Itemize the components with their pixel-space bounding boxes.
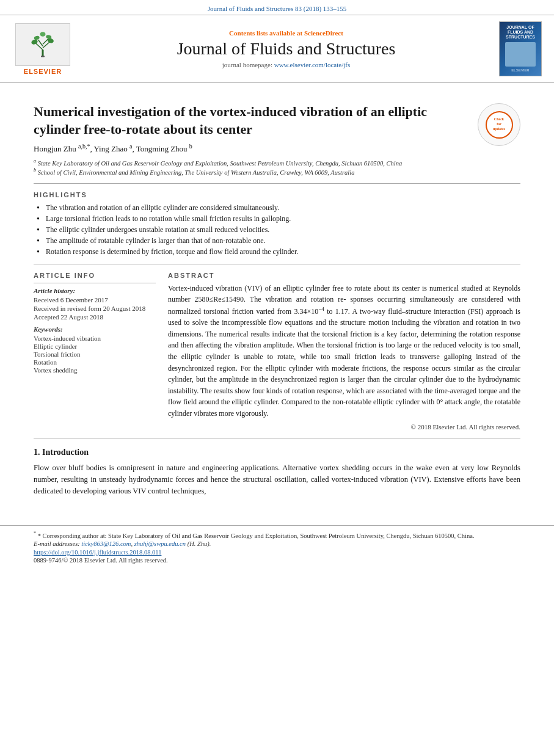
elsevier-logo: ELSEVIER [12,23,73,75]
corresponding-author-footnote: * * Corresponding author at: State Key L… [34,531,520,539]
article-info-column: ARTICLE INFO Article history: Received 6… [34,272,156,431]
highlight-item: Large torsional friction leads to no rot… [37,214,520,224]
highlight-item: Rotation response is determined by frict… [37,247,520,256]
journal-header: ELSEVIER Contents lists available at Sci… [0,15,554,83]
journal-cover-visual [505,42,536,67]
email-footnote: E-mail addresses: ticky863@126.com, zhuh… [34,540,520,547]
divider-after-affiliations [34,183,520,184]
email-link-1[interactable]: ticky863@126.com [81,540,131,547]
highlight-item: The vibration and rotation of an ellipti… [37,203,520,213]
keyword-rotation: Rotation [34,358,156,366]
article-info-divider [34,283,156,283]
divider-after-abstract [34,438,520,438]
svg-rect-10 [41,56,45,57]
journal-header-center: Contents lists available at ScienceDirec… [82,29,490,68]
keyword-vortex: Vortex shedding [34,366,156,374]
introduction-heading: 1. Introduction [34,448,520,457]
top-journal-reference: Journal of Fluids and Structures 83 (201… [0,0,554,15]
authors: Hongjun Zhu a,b,*, Ying Zhao a, Tongming… [34,143,520,154]
article-info-abstract: ARTICLE INFO Article history: Received 6… [34,272,520,431]
footer: * * Corresponding author at: State Key L… [0,525,554,569]
divider-after-highlights [34,264,520,264]
highlights-section: HIGHLIGHTS The vibration and rotation of… [34,191,520,256]
article-title: Numerical investigation of the vortex-in… [34,103,520,138]
keyword-elliptic: Elliptic cylinder [34,343,156,350]
keywords-label: Keywords: [34,325,156,333]
introduction-section: 1. Introduction Flow over bluff bodies i… [34,448,520,498]
sciencedirect-link: Contents lists available at ScienceDirec… [82,29,490,37]
introduction-text: Flow over bluff bodies is omnipresent in… [34,462,520,498]
email-link-2[interactable]: zhuhj@swpu.edu.cn [134,540,186,547]
page: Journal of Fluids and Structures 83 (201… [0,0,554,756]
check-updates-inner: Checkforupdates [486,111,513,139]
highlight-item: The amplitude of rotatable cylinder is l… [37,236,520,245]
elsevier-text: ELSEVIER [24,68,62,75]
elsevier-logo-image [15,23,70,66]
abstract-title: ABSTRACT [168,272,520,279]
svg-point-7 [34,35,40,40]
highlights-title: HIGHLIGHTS [34,191,520,198]
keyword-torsional: Torsional friction [34,351,156,358]
journal-cover-image: JOURNAL OFFLUIDS ANDSTRUCTURES ELSEVIER [499,21,542,76]
highlights-list: The vibration and rotation of an ellipti… [34,203,520,256]
accepted-date: Accepted 22 August 2018 [34,313,156,321]
main-content: Numerical investigation of the vortex-in… [0,83,554,513]
copyright: © 2018 Elsevier Ltd. All rights reserved… [168,423,520,431]
check-updates-badge[interactable]: Checkforupdates [478,103,520,146]
abstract-text: Vortex-induced vibration (VIV) of an ell… [168,283,520,420]
issn-text: 0889-9746/© 2018 Elsevier Ltd. All right… [34,557,520,564]
received-revised-date: Received in revised form 20 August 2018 [34,305,156,312]
svg-line-3 [38,40,43,46]
affiliation-a: a State Key Laboratory of Oil and Gas Re… [34,158,520,167]
doi-link[interactable]: https://doi.org/10.1016/j.jfluidstructs.… [34,549,520,556]
journal-homepage: journal homepage: www.elsevier.com/locat… [82,61,490,68]
affiliation-b: b School of Civil, Environmental and Min… [34,167,520,176]
received-date: Received 6 December 2017 [34,296,156,303]
highlight-item: The elliptic cylinder undergoes unstable… [37,225,520,234]
abstract-column: ABSTRACT Vortex-induced vibration (VIV) … [168,272,520,431]
svg-point-9 [40,32,46,37]
svg-rect-0 [42,50,44,57]
article-info-title: ARTICLE INFO [34,272,156,279]
article-history-label: Article history: [34,287,156,294]
keyword-viv: Vortex-induced vibration [34,335,156,342]
article-title-section: Numerical investigation of the vortex-in… [34,103,520,138]
journal-title: Journal of Fluids and Structures [82,39,490,59]
